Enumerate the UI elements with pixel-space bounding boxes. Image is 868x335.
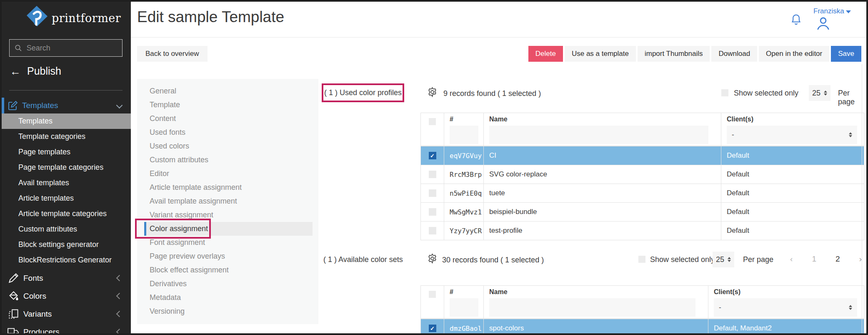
table-row[interactable]: MwSgMvz1beispiel-bundleDefault <box>421 202 864 221</box>
clients-filter-select[interactable]: - <box>714 298 857 317</box>
per-page-select[interactable]: 25 <box>809 85 830 101</box>
row-id: n5wPiE0q <box>444 184 483 202</box>
table-header-row: # Name Client(s) - <box>421 113 864 146</box>
pagination-chevron-icon[interactable]: ‹ <box>790 254 793 264</box>
settings-tab-derivatives[interactable]: Derivatives <box>144 277 313 291</box>
sidebar-section-templates[interactable]: Templates <box>2 98 131 113</box>
row-name: SVG color-replace <box>483 165 721 184</box>
main-area: Edit sample Template Franziska Back to o… <box>131 2 866 333</box>
table-row[interactable]: n5wPiE0qtueteDefault <box>421 184 864 202</box>
use-as-a-template-button[interactable]: Use as a template <box>565 46 636 62</box>
show-selected-checkbox[interactable] <box>638 256 645 263</box>
id-filter-input[interactable] <box>450 298 478 317</box>
caret-down-icon[interactable] <box>846 10 851 13</box>
sidebar-item-variants[interactable]: Variants <box>2 305 131 323</box>
save-button[interactable]: Save <box>831 46 861 62</box>
row-checkbox[interactable] <box>429 189 436 197</box>
sidebar-item-article-templates[interactable]: Article templates <box>2 191 131 206</box>
sidebar-item-colors[interactable]: Colors <box>2 287 131 305</box>
search-input[interactable] <box>27 44 117 53</box>
table-settings-gear-icon[interactable] <box>427 253 438 266</box>
table-row[interactable]: RrcM3BrpSVG color-replaceDefault <box>421 165 864 184</box>
chevron-left-icon <box>116 275 123 282</box>
row-clients: Default <box>721 146 864 165</box>
sidebar-item-template-categories[interactable]: Template categories <box>2 129 131 144</box>
name-filter-input[interactable] <box>489 126 708 144</box>
records-found-text: 30 records found ( 1 selected ) <box>442 256 544 264</box>
page-2[interactable]: 2 <box>835 254 840 264</box>
sidebar-item-blockrestrictions-generator[interactable]: BlockRestrictions Generator <box>2 252 131 268</box>
table-settings-gear-icon[interactable] <box>427 86 438 99</box>
table-header-row: # Name Client(s) - <box>421 286 864 319</box>
show-selected-checkbox[interactable] <box>721 89 728 96</box>
id-filter-input[interactable] <box>450 126 478 144</box>
sidebar-item-templates[interactable]: Templates <box>2 113 131 129</box>
settings-tab-block-effect-assignment[interactable]: Block effect assignment <box>144 263 313 277</box>
sidebar-item-page-templates[interactable]: Page templates <box>2 144 131 160</box>
app-window: printformer ← Publish Templates <box>0 0 868 335</box>
delete-button[interactable]: Delete <box>528 46 563 62</box>
page-1[interactable]: 1 <box>812 254 816 264</box>
sidebar-item-article-template-categories[interactable]: Article template categories <box>2 206 131 222</box>
row-clients: Default <box>721 165 864 184</box>
sidebar-nav-list: TemplatesTemplate categoriesPage templat… <box>2 113 131 268</box>
settings-tab-content[interactable]: Content <box>144 112 313 126</box>
row-checkbox[interactable] <box>429 227 436 234</box>
per-page-select[interactable]: 25 <box>713 252 734 267</box>
row-clients: Default <box>721 222 864 240</box>
sidebar-item-custom-attributes[interactable]: Custom attributes <box>2 222 131 237</box>
settings-tab-versioning[interactable]: Versioning <box>144 305 313 318</box>
row-checkbox[interactable] <box>429 208 436 216</box>
available-color-sets-table: # Name Client(s) - ✓dmzGBaolspot-colorsD… <box>420 285 864 335</box>
sidebar-item-fonts[interactable]: Fonts <box>2 269 131 287</box>
settings-tab-font-assignment[interactable]: Font assignment <box>144 236 313 249</box>
settings-tab-template[interactable]: Template <box>144 98 313 112</box>
table-row[interactable]: Yzy7yyCRtest-profileDefault <box>421 221 864 240</box>
settings-tab-used-colors[interactable]: Used colors <box>144 139 313 153</box>
brand-name: printformer <box>52 12 121 25</box>
settings-tab-article-template-assignment[interactable]: Article template assignment <box>144 181 313 194</box>
clients-filter-select[interactable]: - <box>727 126 857 144</box>
row-checkbox[interactable]: ✓ <box>429 152 436 159</box>
search-icon <box>15 44 22 52</box>
notifications-bell-icon[interactable] <box>790 13 802 28</box>
settings-tab-avail-template-assignment[interactable]: Avail template assignment <box>144 194 313 208</box>
import-thumbnails-button[interactable]: import Thumbnails <box>638 46 710 62</box>
section-label: Templates <box>22 101 58 110</box>
column-header-name: Name <box>489 116 721 125</box>
settings-tab-color-assignment[interactable]: Color assignment <box>144 222 313 236</box>
truck-icon <box>8 326 20 335</box>
chevron-down-icon <box>116 102 123 109</box>
settings-tab-page-preview-overlays[interactable]: Page preview overlays <box>144 249 313 263</box>
select-all-checkbox[interactable] <box>429 291 436 298</box>
user-avatar-icon[interactable] <box>815 15 831 33</box>
settings-tab-general[interactable]: General <box>144 84 313 98</box>
table-row[interactable]: ✓dmzGBaolspot-colorsDefault, Mandant2 <box>421 319 864 335</box>
chevron-left-icon <box>116 311 123 317</box>
header-divider <box>131 37 866 38</box>
settings-tab-metadata[interactable]: Metadata <box>144 291 313 305</box>
back-to-publish[interactable]: ← Publish <box>10 65 61 77</box>
select-arrows-icon <box>849 305 852 310</box>
sidebar-item-producers[interactable]: Producers <box>2 323 131 335</box>
scrollbar-track-edge <box>862 64 862 333</box>
sidebar-item-avail-templates[interactable]: Avail templates <box>2 175 131 191</box>
row-id: RrcM3Brp <box>444 165 483 184</box>
row-checkbox[interactable]: ✓ <box>429 325 436 332</box>
settings-tab-variant-assignment[interactable]: Variant assignment <box>144 208 313 222</box>
column-header-id: # <box>450 116 483 125</box>
download-button[interactable]: Download <box>711 46 757 62</box>
row-checkbox[interactable] <box>429 171 436 178</box>
settings-tab-used-fonts[interactable]: Used fonts <box>144 126 313 139</box>
settings-tab-editor[interactable]: Editor <box>144 167 313 181</box>
open-in-the-editor-button[interactable]: Open in the editor <box>759 46 829 62</box>
table-row[interactable]: ✓eqV7GVuyCIDefault <box>421 146 864 165</box>
sidebar-item-block-settings-generator[interactable]: Block settings generator <box>2 237 131 252</box>
back-to-overview-button[interactable]: Back to overview <box>137 46 208 62</box>
settings-tab-custom-attributes[interactable]: Custom attributes <box>144 153 313 167</box>
column-header-id: # <box>450 288 483 297</box>
name-filter-input[interactable] <box>489 298 695 317</box>
sidebar-item-page-template-categories[interactable]: Page template categories <box>2 160 131 175</box>
select-all-checkbox[interactable] <box>429 118 436 125</box>
user-menu[interactable]: Franziska <box>813 7 844 15</box>
